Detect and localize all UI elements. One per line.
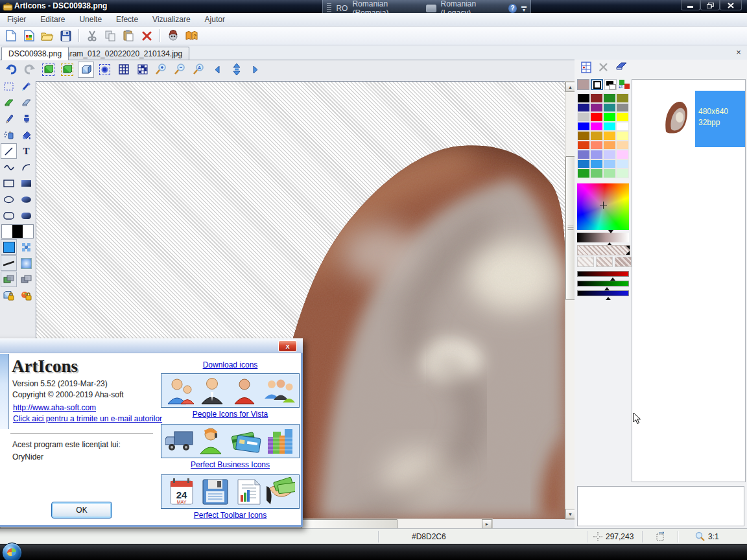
frames-icon[interactable]: [581, 62, 592, 73]
palette-color-#a8e8a8[interactable]: [603, 169, 616, 178]
palette-color-#38a0f0[interactable]: [590, 159, 603, 169]
new-image-icon[interactable]: [22, 29, 36, 43]
ellipse-tool-icon[interactable]: [1, 192, 17, 207]
palette-color-#ff00ff[interactable]: [590, 122, 603, 132]
menu-item-ajutor[interactable]: Ajutor: [198, 14, 232, 25]
download-icons-link[interactable]: Download icons: [161, 360, 300, 369]
ear-thumbnail[interactable]: [662, 99, 689, 134]
palette-color-#ffff9c[interactable]: [616, 131, 629, 141]
copy-object-icon[interactable]: [1, 272, 17, 287]
people-icons-banner[interactable]: [161, 373, 300, 408]
palette-color-#9c9cf0[interactable]: [590, 150, 603, 159]
email-link[interactable]: Click aici pentru a trimite un e-mail au…: [13, 414, 162, 423]
3d-view-icon[interactable]: [78, 62, 94, 78]
palette-color-#70cc70[interactable]: [590, 169, 603, 178]
wizard-icon[interactable]: [166, 29, 180, 43]
palette-color-#9cccff[interactable]: [603, 159, 616, 169]
menu-item-unelte[interactable]: Unelte: [72, 14, 109, 25]
eraser-tool-icon[interactable]: [18, 95, 34, 110]
select-all-icon[interactable]: [40, 62, 56, 78]
tab-aram_012_02022020_210134.jpg[interactable]: aram_012_02022020_210134.jpg: [58, 47, 189, 60]
palette-color-#7878d0[interactable]: [577, 150, 590, 159]
save-icon[interactable]: [58, 29, 73, 43]
palette-color-#ffd8a8[interactable]: [616, 141, 629, 150]
text-tool-icon[interactable]: T: [18, 143, 34, 159]
scroll-up-button[interactable]: ▲: [565, 82, 575, 92]
redo-icon[interactable]: [21, 62, 38, 78]
clear-image-icon[interactable]: [615, 62, 628, 73]
restore-button[interactable]: [700, 0, 720, 10]
toolbar-icons-link[interactable]: Perfect Toolbar Icons: [161, 511, 300, 520]
fg-bg-color-swatch[interactable]: [1, 224, 34, 239]
swap-colors-icon[interactable]: ⇄: [618, 79, 630, 90]
open-icon[interactable]: [40, 29, 54, 43]
palette-color-#ff0000[interactable]: [590, 112, 603, 122]
menu-item-efecte[interactable]: Efecte: [109, 14, 145, 25]
scroll-right-icon[interactable]: [247, 62, 263, 78]
palette-color-#8b228b[interactable]: [590, 103, 603, 113]
zoom-out-icon[interactable]: [172, 62, 188, 78]
close-button[interactable]: [720, 0, 742, 10]
draw-color-swatch[interactable]: [1, 239, 17, 255]
palette-color-#d8f8d8[interactable]: [616, 169, 629, 178]
scroll-down-button[interactable]: ▼: [565, 509, 575, 519]
pen-tool-icon[interactable]: [18, 78, 34, 94]
vertical-scroll-thumb[interactable]: [565, 156, 575, 300]
zoom-actual-icon[interactable]: A: [191, 62, 207, 78]
rounded-rect-filled-tool-icon[interactable]: [18, 208, 34, 224]
paste-icon[interactable]: [121, 29, 136, 43]
fit-vertical-icon[interactable]: [228, 62, 244, 78]
menu-item-vizualizare[interactable]: Vizualizare: [145, 14, 197, 25]
cut-icon[interactable]: [85, 29, 99, 43]
transparent-color-icon[interactable]: [18, 239, 34, 255]
pencil-tool-icon[interactable]: [1, 111, 17, 126]
scroll-left-icon[interactable]: [209, 62, 226, 78]
langbar-minimize-options[interactable]: ▬▾: [521, 5, 527, 12]
smooth-line-icon[interactable]: [1, 255, 17, 271]
palette-color-#00ff00[interactable]: [603, 112, 616, 122]
langbar-grip-handle[interactable]: [327, 3, 331, 14]
business-icons-banner[interactable]: [161, 424, 300, 458]
opacity-50[interactable]: [596, 257, 613, 267]
lock-colors-icon[interactable]: [18, 288, 34, 303]
palette-color-#8b2323[interactable]: [590, 93, 603, 103]
spray-tool-icon[interactable]: [1, 127, 17, 143]
start-button[interactable]: [2, 542, 22, 560]
minimize-button[interactable]: [681, 0, 700, 10]
langbar-help-icon[interactable]: ?: [508, 4, 517, 13]
scroll-right-button[interactable]: ►: [482, 519, 492, 529]
palette-color-#228b22[interactable]: [603, 93, 616, 103]
palette-color-#ffa858[interactable]: [603, 141, 616, 150]
red-channel-slider[interactable]: [577, 271, 629, 277]
website-link[interactable]: http://www.aha-soft.com: [13, 403, 96, 412]
selected-image-info[interactable]: 480x640 32bpp: [695, 91, 745, 147]
marquee-tool-icon[interactable]: [1, 78, 17, 94]
palette-color-#c8c8c8[interactable]: [577, 112, 590, 122]
eraser-3d-tool-icon[interactable]: [1, 95, 17, 110]
blue-channel-slider[interactable]: [577, 290, 629, 296]
current-color-swatch[interactable]: [577, 79, 589, 90]
business-icons-link[interactable]: Perfect Business Icons: [161, 460, 300, 469]
paste-object-icon[interactable]: [18, 272, 34, 287]
palette-color-#e04010[interactable]: [577, 141, 590, 150]
hsv-color-field[interactable]: [577, 183, 629, 230]
grid-icon[interactable]: [115, 62, 132, 78]
tab-close-icon[interactable]: ×: [734, 47, 743, 56]
green-channel-slider[interactable]: [577, 281, 629, 286]
rectangle-tool-icon[interactable]: [1, 176, 17, 191]
grid-pattern-icon[interactable]: [134, 62, 150, 78]
palette-color-#d0e8ff[interactable]: [616, 159, 629, 169]
palette-color-#9c6a00[interactable]: [577, 131, 590, 141]
palette-color-#ffccff[interactable]: [616, 150, 629, 159]
opacity-75[interactable]: [615, 257, 632, 267]
delete-icon[interactable]: [139, 29, 154, 43]
horizontal-scroll-thumb[interactable]: [302, 519, 397, 529]
language-code[interactable]: RO: [336, 4, 348, 13]
help-book-icon[interactable]: ?: [184, 29, 198, 43]
rounded-rect-tool-icon[interactable]: [1, 208, 17, 224]
fill-tool-icon[interactable]: [18, 127, 34, 143]
palette-color-#ccccff[interactable]: [603, 150, 616, 159]
brightness-slider[interactable]: [577, 233, 629, 242]
solid-color-mode-icon[interactable]: [591, 79, 603, 90]
palette-color-#000000[interactable]: [577, 93, 590, 103]
